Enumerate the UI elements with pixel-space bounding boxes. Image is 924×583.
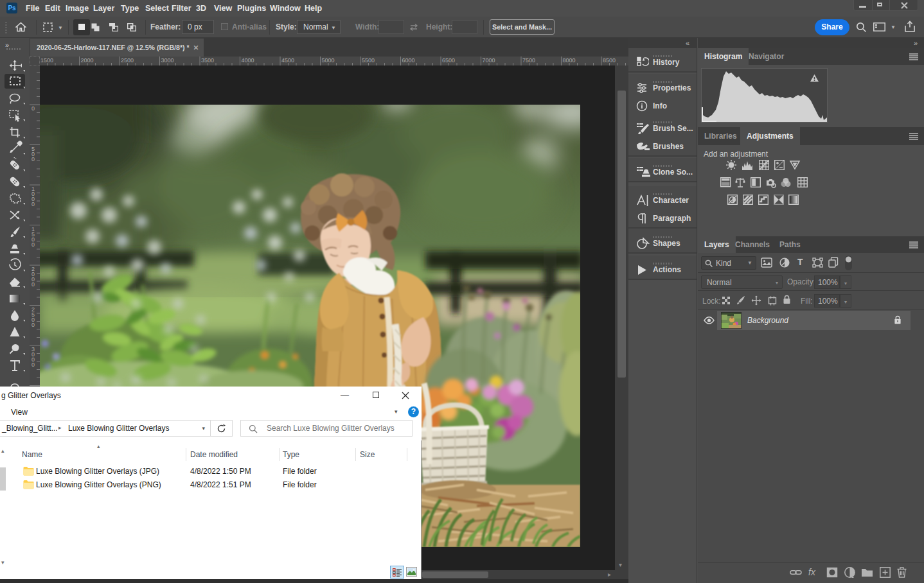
svg-text:6000: 6000 (402, 57, 415, 64)
svg-text:8500: 8500 (603, 57, 616, 64)
svg-text:5500: 5500 (362, 57, 375, 64)
svg-text:7500: 7500 (522, 57, 535, 64)
svg-text:0: 0 (31, 156, 35, 162)
svg-text:8000: 8000 (563, 57, 576, 64)
svg-text:0: 0 (31, 361, 35, 368)
svg-text:2000: 2000 (81, 57, 94, 64)
svg-text:0: 0 (31, 322, 35, 328)
svg-text:0: 0 (31, 281, 35, 288)
svg-text:0: 0 (31, 105, 35, 112)
svg-text:6500: 6500 (442, 57, 455, 64)
svg-text:4000: 4000 (242, 57, 254, 64)
svg-text:2500: 2500 (121, 57, 134, 64)
svg-text:1500: 1500 (40, 57, 53, 64)
svg-text:0: 0 (31, 241, 35, 248)
svg-text:0: 0 (31, 201, 35, 207)
svg-text:7000: 7000 (483, 57, 495, 64)
svg-text:3000: 3000 (161, 57, 174, 64)
svg-text:4500: 4500 (281, 57, 294, 64)
svg-text:5000: 5000 (322, 57, 335, 64)
svg-text:3500: 3500 (201, 57, 214, 64)
